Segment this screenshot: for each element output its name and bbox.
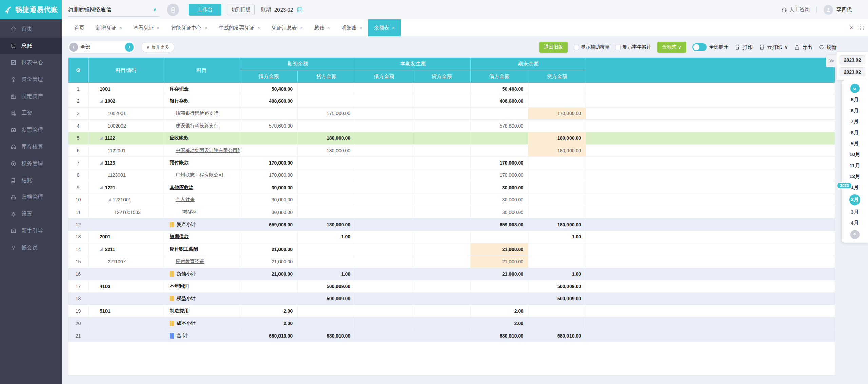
account-name[interactable]: 广州联志工程有限公司 — [176, 172, 223, 178]
tab-余额表[interactable]: 余额表× — [368, 19, 401, 36]
scope-prev-icon[interactable] — [69, 43, 78, 52]
show-auxiliary-checkbox[interactable]: 显示辅助核算 — [574, 44, 610, 50]
tab-明细账[interactable]: 明细账× — [336, 19, 368, 36]
sidebar-item-funds[interactable]: 资金管理 — [0, 71, 62, 88]
expand-triangle-icon[interactable] — [100, 186, 103, 189]
period-date-chip[interactable]: 2023.02 — [840, 55, 865, 64]
calendar-icon[interactable] — [296, 6, 303, 13]
month-item-6月[interactable]: 6月 — [851, 107, 859, 115]
account-name[interactable]: 银行存款 — [170, 98, 189, 104]
month-item-12月[interactable]: 12月 — [849, 172, 860, 180]
sidebar-item-tax[interactable]: 税务管理 — [0, 155, 62, 172]
tab-close-icon[interactable]: × — [360, 25, 363, 31]
tab-查看凭证[interactable]: 查看凭证× — [128, 19, 166, 36]
scope-next-icon[interactable] — [125, 43, 134, 52]
scope-value[interactable]: 全部 — [78, 44, 125, 50]
sidebar-item-general-ledger[interactable]: 总账 — [0, 38, 62, 55]
company-selector[interactable]: 勿删新锐网络通信 ∨ — [68, 3, 159, 17]
account-name[interactable]: 应收账款 — [170, 135, 189, 141]
month-item-4月[interactable]: 4月 — [851, 219, 859, 227]
tab-凭证汇总表[interactable]: 凭证汇总表× — [266, 19, 308, 36]
expand-triangle-icon[interactable] — [100, 161, 103, 165]
tab-智能凭证中心[interactable]: 智能凭证中心× — [165, 19, 213, 36]
tab-close-icon[interactable]: × — [205, 25, 207, 31]
table-row[interactable]: 195101制造费用2.002.00 — [68, 305, 835, 317]
month-item-10月[interactable]: 10月 — [849, 151, 860, 159]
sidebar-item-guide[interactable]: 新手引导 — [0, 223, 62, 239]
refresh-button[interactable]: 刷新 — [818, 44, 837, 51]
table-row[interactable]: 111221001003韩晓林30,000.0030,000.00 — [68, 206, 835, 218]
account-name[interactable]: 个人往来 — [176, 197, 195, 203]
tab-生成的发票凭证[interactable]: 生成的发票凭证× — [213, 19, 266, 36]
table-row[interactable]: 41002002建设银行科技路支行578,600.00578,600.00 — [68, 120, 835, 132]
account-name[interactable]: 招商银行唐延路支行 — [176, 110, 218, 116]
table-row[interactable]: 152211007应付教育经费21,000.0021,000.00 — [68, 255, 835, 268]
scroll-up-icon[interactable] — [850, 84, 860, 93]
table-row[interactable]: 20成本小计2.002.00 — [68, 317, 835, 329]
account-name[interactable]: 制造费用 — [170, 308, 189, 314]
tab-close-icon[interactable]: × — [119, 25, 122, 31]
back-old-version-button[interactable]: 退回旧版 — [539, 42, 568, 53]
sidebar-item-member[interactable]: 畅会员 — [0, 239, 62, 256]
sidebar-item-home[interactable]: 首页 — [0, 21, 62, 38]
user-avatar[interactable] — [824, 5, 833, 15]
account-name[interactable]: 应付教育经费 — [176, 258, 204, 265]
table-row[interactable]: 81123001广州联志工程有限公司170,000.00170,000.00 — [68, 169, 835, 181]
expand-triangle-icon[interactable] — [100, 137, 103, 140]
table-row[interactable]: 21合 计680,010.00680,010.00680,010.00680,0… — [68, 330, 835, 342]
table-row[interactable]: 71123预付账款170,000.00170,000.00 — [68, 157, 835, 169]
sidebar-item-settings[interactable]: 设置 — [0, 206, 62, 223]
account-name[interactable]: 短期借款 — [170, 234, 189, 240]
tab-close-icon[interactable]: × — [257, 25, 260, 31]
table-row[interactable]: 16负债小计21,000.001.0021,000.001.00 — [68, 268, 835, 280]
expand-triangle-icon[interactable] — [100, 248, 103, 251]
export-button[interactable]: 导出 — [794, 44, 812, 51]
table-row[interactable]: 51122应收账款180,000.00180,000.00 — [68, 132, 835, 145]
switch-old-version-button[interactable]: 切到旧版 — [227, 5, 255, 15]
account-name[interactable]: 韩晓林 — [182, 209, 197, 215]
account-name[interactable]: 本年利润 — [170, 283, 189, 289]
fullscreen-icon[interactable] — [859, 25, 865, 31]
expand-all-toggle[interactable] — [692, 43, 707, 51]
month-item-2月[interactable]: 2月 — [849, 194, 860, 205]
amount-style-button[interactable]: 金额式 ∨ — [657, 42, 686, 53]
column-settings-gear-icon[interactable]: ⚙ — [76, 67, 81, 74]
sidebar-item-fixed-assets[interactable]: 固定资产 — [0, 88, 62, 105]
period-date-chip[interactable]: 2023.02 — [840, 67, 865, 76]
table-row[interactable]: 31002001招商银行唐延路支行170,000.00170,000.00 — [68, 108, 835, 120]
show-ytd-checkbox[interactable]: 显示本年累计 — [616, 44, 651, 50]
month-item-5月[interactable]: 5月 — [851, 96, 859, 104]
sidebar-item-salary[interactable]: 工资 — [0, 105, 62, 122]
support-link[interactable]: 人工咨询 — [781, 6, 810, 13]
user-name[interactable]: 李四代 — [836, 6, 852, 13]
sidebar-item-archive[interactable]: 归档管理 — [0, 189, 62, 206]
account-name[interactable]: 库存现金 — [170, 86, 189, 92]
month-item-7月[interactable]: 7月 — [851, 118, 859, 126]
table-row[interactable]: 101221001个人往来30,000.0030,000.00 — [68, 194, 835, 206]
expand-triangle-icon[interactable] — [108, 198, 111, 201]
month-item-9月[interactable]: 9月 — [851, 139, 859, 148]
account-name[interactable]: 中国移动集团设计院有限公司陕西 — [176, 148, 240, 154]
tab-总账[interactable]: 总账× — [308, 19, 336, 36]
account-name[interactable]: 其他应收款 — [170, 185, 193, 191]
tab-close-icon[interactable]: × — [392, 25, 395, 31]
sidebar-item-invoice[interactable]: 发票管理 — [0, 122, 62, 139]
tab-close-icon[interactable]: × — [327, 25, 330, 31]
table-row[interactable]: 12资产小计659,008.00180,000.00659,008.00180,… — [68, 218, 835, 231]
table-row[interactable]: 132001短期借款1.001.00 — [68, 231, 835, 243]
sidebar-item-inventory[interactable]: 库存核算 — [0, 138, 62, 155]
expand-more-button[interactable]: ∨ 展开更多 — [141, 42, 174, 52]
workbench-button[interactable]: 工作台 — [189, 4, 221, 16]
print-button[interactable]: 打印 — [734, 44, 753, 51]
table-row[interactable]: 61122001中国移动集团设计院有限公司陕西180,000.00180,000… — [68, 145, 835, 157]
account-name[interactable]: 建设银行科技路支行 — [176, 123, 218, 129]
tab-首页[interactable]: 首页 — [69, 19, 90, 36]
month-item-3月[interactable]: 3月 — [851, 208, 859, 216]
tab-close-icon[interactable]: × — [300, 25, 303, 31]
cloud-print-button[interactable]: 云打印 ∨ — [759, 44, 788, 51]
tab-close-icon[interactable]: × — [157, 25, 160, 31]
table-row[interactable]: 21002银行存款408,600.00408,600.00 — [68, 95, 835, 107]
month-item-1月[interactable]: 1月 — [851, 184, 859, 192]
table-row[interactable]: 174103本年利润500,009.00500,009.00 — [68, 280, 835, 292]
month-item-8月[interactable]: 8月 — [851, 129, 859, 137]
